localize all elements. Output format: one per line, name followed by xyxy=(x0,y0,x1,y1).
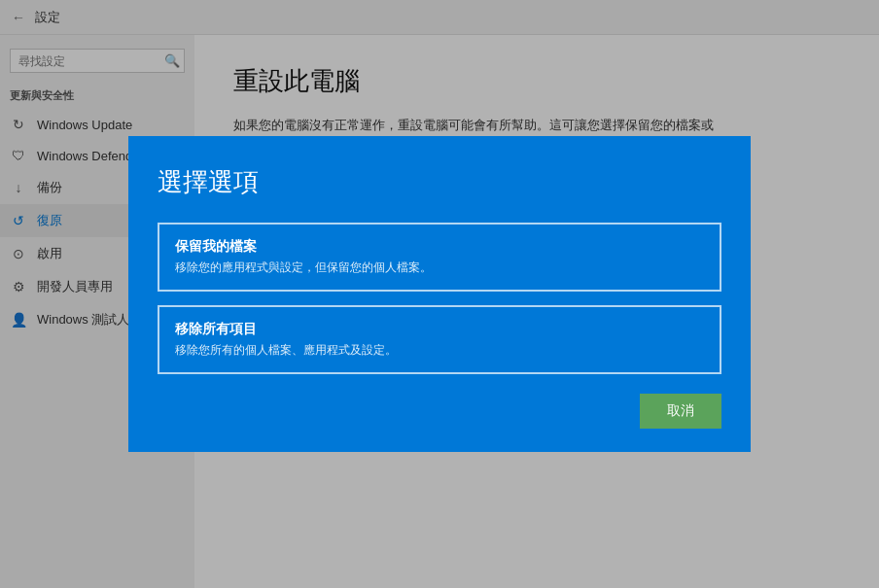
dialog-title: 選擇選項 xyxy=(158,165,721,199)
dialog-option-remove-all[interactable]: 移除所有項目 移除您所有的個人檔案、應用程式及設定。 xyxy=(158,305,721,374)
option-remove-all-title: 移除所有項目 xyxy=(175,321,704,338)
dialog: 選擇選項 保留我的檔案 移除您的應用程式與設定，但保留您的個人檔案。 移除所有項… xyxy=(128,136,751,452)
dialog-footer: 取消 xyxy=(158,394,721,429)
dialog-option-keep-files[interactable]: 保留我的檔案 移除您的應用程式與設定，但保留您的個人檔案。 xyxy=(158,223,721,292)
overlay: 選擇選項 保留我的檔案 移除您的應用程式與設定，但保留您的個人檔案。 移除所有項… xyxy=(0,0,879,588)
cancel-button[interactable]: 取消 xyxy=(640,394,721,429)
option-keep-files-title: 保留我的檔案 xyxy=(175,238,704,256)
option-remove-all-desc: 移除您所有的個人檔案、應用程式及設定。 xyxy=(175,342,704,359)
option-keep-files-desc: 移除您的應用程式與設定，但保留您的個人檔案。 xyxy=(175,259,704,276)
